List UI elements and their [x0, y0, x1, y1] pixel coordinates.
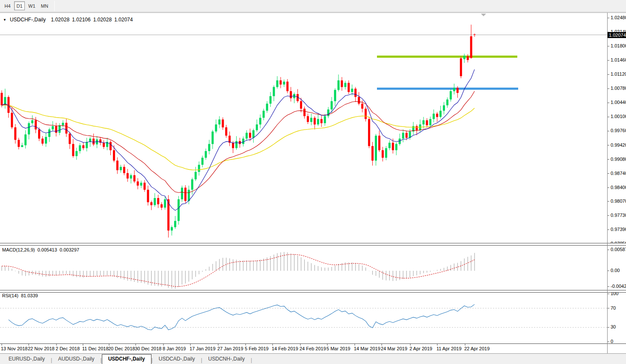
candle — [457, 86, 459, 98]
candle — [69, 132, 71, 149]
candle — [225, 125, 227, 138]
timeframe-button-h4[interactable]: H4 — [2, 1, 13, 10]
candle — [453, 84, 455, 95]
candle — [283, 80, 285, 87]
candle — [52, 121, 54, 131]
candle — [314, 116, 316, 130]
candle — [59, 123, 61, 135]
candle — [344, 81, 347, 90]
candle — [228, 132, 231, 146]
candle — [208, 140, 210, 154]
candle — [385, 146, 387, 160]
chart-tab-audusd[interactable]: AUDUSD-,Daily — [52, 355, 101, 364]
price-axis-label: 1.02480 — [611, 15, 626, 20]
date-axis-label: 11 Apr 2019 — [436, 346, 462, 351]
resistance-ray[interactable] — [377, 56, 517, 58]
candle — [65, 118, 68, 137]
chart-shift-marker-icon[interactable] — [481, 14, 486, 16]
date-axis-label: 27 Jan 2019 — [217, 346, 243, 351]
current-price-label: 1.02074 — [608, 32, 626, 38]
date-axis-label: 8 Jan 2019 — [163, 346, 186, 351]
candle — [96, 136, 98, 148]
macd-label: MACD(12,26,9) — [2, 247, 35, 252]
rsi-label: RSI(14) — [2, 293, 18, 298]
timeframe-button-d1[interactable]: D1 — [14, 1, 25, 10]
candle — [382, 147, 384, 161]
candle — [303, 107, 306, 118]
ma-fast-line — [2, 69, 475, 210]
toolbar-separator — [54, 1, 55, 11]
candle — [55, 123, 57, 136]
candle — [273, 86, 275, 101]
candle — [409, 129, 411, 140]
chart-tab-usdcnh[interactable]: USDCNH-,Daily — [202, 355, 251, 364]
candle — [75, 148, 77, 160]
macd-indicator-label: MACD(12,26,9) 0.005413 0.003297 — [2, 247, 79, 252]
candle — [120, 165, 122, 172]
candle — [147, 186, 149, 206]
candle — [279, 77, 282, 88]
chart-tab-usdcad[interactable]: USDCAD-,Daily — [153, 355, 201, 364]
price-axis-border[interactable] — [607, 13, 608, 354]
candle — [259, 115, 261, 128]
timeframe-button-mn[interactable]: MN — [39, 1, 50, 10]
candle — [412, 122, 415, 135]
candle — [371, 142, 374, 166]
candle — [184, 185, 187, 203]
date-axis-label: 2 Apr 2019 — [409, 346, 432, 351]
candle — [334, 88, 336, 106]
date-axis-label: 14 Mar 2019 — [354, 346, 380, 351]
price-axis-label: 0.99080 — [611, 157, 626, 162]
candle — [92, 133, 95, 146]
candlestick-chart[interactable] — [0, 13, 626, 354]
candle — [347, 80, 350, 94]
pane-splitter-macd[interactable] — [0, 243, 626, 246]
chart-tab-usdchf[interactable]: USDCHF-,Daily — [102, 354, 151, 364]
ohlc-close: 1.02074 — [114, 17, 133, 23]
ohlc-open: 1.02028 — [51, 17, 69, 23]
price-axis-label: 0.99760 — [611, 128, 626, 133]
price-axis-label: 0.97730 — [611, 213, 626, 218]
chart-symbol-period: USDCHF-,Daily — [10, 17, 46, 23]
candle — [191, 178, 193, 195]
price-axis-label: 1.01120 — [611, 71, 626, 77]
candle — [86, 138, 88, 151]
candle — [21, 143, 23, 148]
candle — [198, 162, 200, 176]
candle — [324, 114, 326, 126]
chart-window[interactable]: ▼ USDCHF-,Daily 1.02028 1.02106 1.02028 … — [0, 12, 626, 353]
dropdown-arrow-icon[interactable]: ▼ — [3, 18, 6, 22]
support-ray[interactable] — [377, 88, 518, 90]
candle — [293, 92, 295, 103]
candle — [110, 140, 112, 155]
candle — [399, 133, 401, 145]
candle — [4, 89, 6, 109]
timeframe-toolbar: H4D1W1MN — [0, 0, 626, 12]
rsi-pane-bottom-border — [0, 343, 626, 344]
candle — [123, 164, 125, 175]
candle — [195, 167, 197, 181]
candle — [338, 74, 340, 92]
candle — [365, 107, 367, 121]
candle — [62, 120, 64, 127]
date-axis-label: 5 Mar 2019 — [326, 346, 350, 351]
candle — [143, 180, 145, 192]
tab-separator: | — [251, 356, 252, 364]
candle — [154, 193, 156, 207]
price-axis-label: 1.00100 — [611, 114, 626, 119]
candle — [72, 139, 74, 158]
candle — [116, 157, 119, 174]
candle — [470, 25, 472, 59]
pane-splitter-rsi[interactable] — [0, 290, 626, 293]
candle — [429, 117, 431, 127]
candle — [297, 89, 299, 103]
candle — [358, 92, 360, 105]
candle — [211, 130, 214, 149]
date-axis-label: 17 Jan 2019 — [190, 346, 216, 351]
candle — [140, 181, 142, 188]
timeframe-button-w1[interactable]: W1 — [26, 1, 38, 10]
chart-tab-eurusd[interactable]: EURUSD-,Daily — [3, 355, 51, 364]
candle — [446, 98, 448, 108]
candle — [270, 92, 272, 107]
candle — [99, 137, 101, 145]
